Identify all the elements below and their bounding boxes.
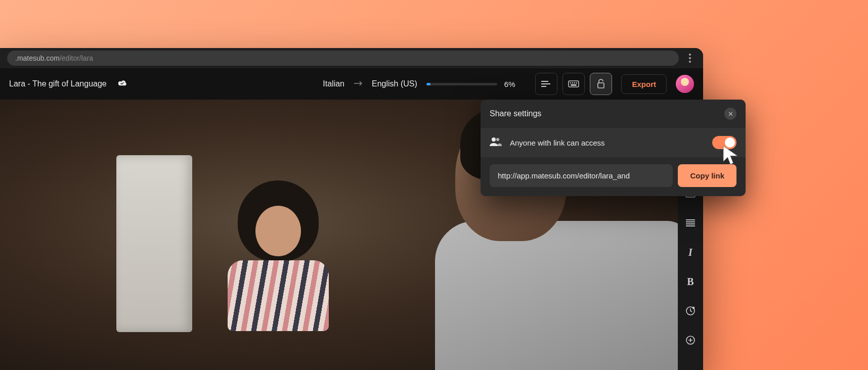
cloud-synced-icon (117, 79, 128, 89)
share-settings-popover: Share settings ✕ Anyone with link can ac… (481, 100, 746, 196)
progress-percent: 6% (504, 80, 515, 88)
subtitle-panel-button[interactable] (535, 73, 557, 95)
svg-rect-1 (541, 83, 550, 84)
svg-point-5 (573, 82, 573, 83)
share-access-toggle[interactable] (712, 136, 736, 149)
share-title: Share settings (490, 109, 541, 118)
browser-url-bar: .matesub.com/editor/lara (0, 48, 703, 68)
svg-point-21 (496, 138, 499, 141)
svg-rect-2 (541, 86, 546, 87)
svg-rect-15 (686, 223, 695, 224)
svg-rect-13 (686, 219, 695, 220)
browser-window: .matesub.com/editor/lara Lara - The gift… (0, 48, 703, 370)
project-title: Lara - The gift of Language (9, 79, 107, 88)
tool-italic[interactable]: I (682, 244, 699, 260)
svg-point-4 (571, 82, 571, 83)
share-link-field[interactable] (490, 164, 673, 187)
copy-link-button[interactable]: Copy link (678, 164, 736, 187)
svg-point-18 (693, 307, 695, 309)
browser-menu-icon[interactable] (684, 52, 696, 64)
source-language: Italian (323, 79, 344, 88)
svg-point-7 (577, 82, 577, 83)
svg-rect-3 (569, 81, 579, 87)
arrow-right-icon (354, 79, 363, 88)
people-icon (490, 137, 502, 148)
url-field[interactable]: .matesub.com/editor/lara (7, 51, 679, 66)
progress-bar (426, 83, 497, 85)
svg-rect-9 (598, 83, 604, 88)
app-toolbar: Lara - The gift of Language Italian Engl… (0, 68, 703, 100)
keyboard-button[interactable] (562, 73, 585, 95)
share-lock-button[interactable] (590, 73, 612, 95)
url-path: /editor/lara (60, 54, 93, 62)
svg-point-6 (575, 82, 575, 83)
export-button[interactable]: Export (621, 74, 667, 94)
svg-point-20 (492, 137, 496, 142)
url-domain: .matesub.com (15, 54, 60, 62)
svg-rect-16 (686, 225, 695, 226)
tool-align[interactable] (682, 215, 699, 231)
svg-rect-8 (571, 85, 576, 86)
progress-indicator: 6% (426, 80, 515, 88)
share-access-label: Anyone with link can access (510, 138, 704, 147)
svg-rect-0 (541, 81, 548, 82)
progress-fill (426, 83, 430, 85)
tool-bold[interactable]: B (682, 273, 699, 290)
target-language: English (US) (372, 79, 417, 88)
tool-timing[interactable] (682, 303, 699, 319)
user-avatar[interactable] (676, 75, 694, 93)
svg-rect-14 (686, 221, 695, 222)
tool-add[interactable] (682, 332, 699, 348)
close-icon[interactable]: ✕ (724, 108, 736, 120)
